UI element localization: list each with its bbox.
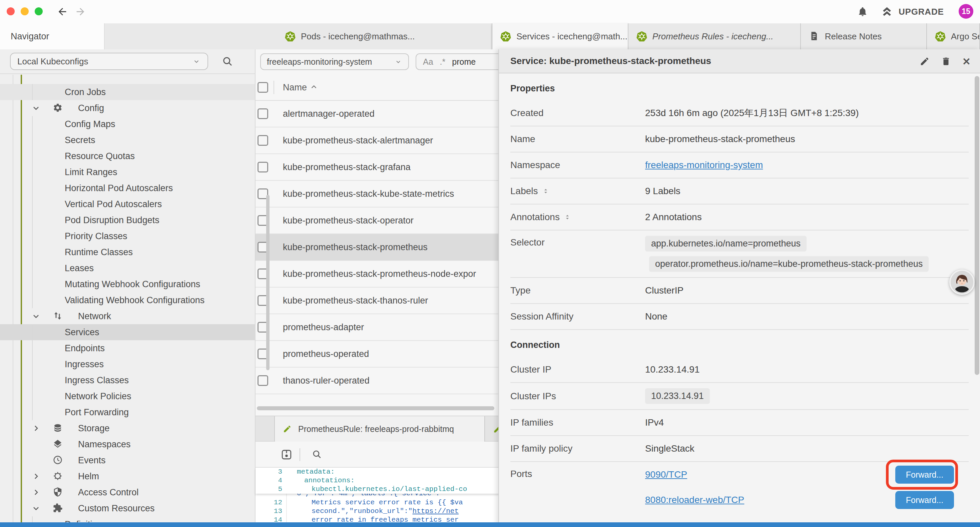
delete-trash-icon[interactable] (941, 56, 951, 66)
drawer-scrollbar[interactable] (975, 76, 979, 375)
row-checkbox[interactable] (258, 108, 268, 119)
sidebar-item-helm[interactable]: Helm (0, 468, 255, 484)
forward-button[interactable]: Forward... (895, 491, 954, 509)
helm-icon (53, 471, 64, 482)
row-checkbox[interactable] (258, 375, 268, 386)
sidebar-item-label: Namespaces (78, 439, 131, 450)
notifications-bell-icon[interactable] (857, 6, 868, 18)
sidebar-item-network-policies[interactable]: Network Policies (0, 388, 255, 404)
name-column-header[interactable]: Name (283, 83, 307, 93)
port-link[interactable]: 9090/TCP (645, 469, 687, 480)
property-row-ip-family-policy: IP family policySingleStack (510, 436, 969, 462)
kubernetes-icon (500, 31, 511, 42)
edit-pencil-icon[interactable] (920, 56, 930, 66)
chevron-down-icon[interactable] (32, 312, 40, 320)
navigator-label: Navigator (11, 31, 49, 42)
kubernetes-icon (285, 31, 296, 42)
maximize-window-button[interactable] (35, 7, 43, 15)
dock-tab-prometheusrule[interactable]: PrometheusRule: freeleaps-prod-rabbitmq (274, 416, 485, 442)
property-value: IPv4 (645, 417, 969, 428)
sidebar-search-icon[interactable] (221, 56, 234, 67)
minimize-window-button[interactable] (21, 7, 29, 15)
sidebar-item-access-control[interactable]: Access Control (0, 484, 255, 500)
notification-count-badge[interactable]: 15 (959, 4, 973, 19)
sidebar-item-validating-webhook-configurations[interactable]: Validating Webhook Configurations (0, 292, 255, 308)
horizontal-scrollbar[interactable] (257, 406, 494, 410)
sidebar-item-services[interactable]: Services (0, 324, 255, 340)
tab-pods[interactable]: Pods - icecheng@mathmas... (277, 23, 492, 49)
sidebar-item-limit-ranges[interactable]: Limit Ranges (0, 164, 255, 180)
select-all-checkbox[interactable] (258, 82, 268, 93)
sidebar-item-runtime-classes[interactable]: Runtime Classes (0, 244, 255, 260)
sidebar-item-config[interactable]: Config (0, 100, 255, 116)
namespace-link[interactable]: freeleaps-monitoring-system (645, 160, 763, 170)
namespace-select[interactable]: freeleaps-monitoring-system (260, 53, 409, 70)
sidebar-item-label: Vertical Pod Autoscalers (65, 199, 162, 209)
sidebar-item-namespaces[interactable]: Namespaces (0, 436, 255, 452)
chevron-right-icon[interactable] (32, 424, 40, 432)
editor-search-icon[interactable] (312, 449, 322, 460)
sidebar-item-config-maps[interactable]: Config Maps (0, 116, 255, 132)
sidebar-item-resource-quotas[interactable]: Resource Quotas (0, 148, 255, 164)
sidebar-item-leases[interactable]: Leases (0, 260, 255, 276)
sidebar-scrollbar[interactable] (266, 195, 269, 370)
match-case-toggle[interactable]: Aa (423, 57, 433, 67)
sidebar-item-cron-jobs[interactable]: Cron Jobs (0, 84, 255, 100)
back-arrow-icon[interactable] (57, 6, 68, 18)
close-window-button[interactable] (7, 7, 15, 15)
close-icon[interactable]: ✕ (963, 56, 970, 67)
upgrade-button[interactable]: UPGRADE (881, 5, 944, 18)
traffic-lights (7, 7, 43, 15)
property-value: 10.233.14.91 (645, 364, 969, 375)
sidebar-item-label: Mutating Webhook Configurations (65, 279, 200, 290)
sidebar-item-network[interactable]: Network (0, 308, 255, 324)
chevron-down-icon[interactable] (32, 104, 40, 112)
sidebar-item-ingresses[interactable]: Ingresses (0, 356, 255, 372)
sidebar-item-pod-disruption-budgets[interactable]: Pod Disruption Budgets (0, 212, 255, 228)
tab-argo[interactable]: Argo Se (927, 23, 980, 49)
kubeconfig-select[interactable]: Local Kubeconfigs (10, 53, 208, 70)
line-code: second.","runbook_url":"https://net (312, 507, 459, 516)
value-badge: app.kubernetes.io/name=prometheus (645, 236, 807, 252)
sidebar-item-secrets[interactable]: Secrets (0, 132, 255, 148)
sidebar-item-events[interactable]: Events (0, 452, 255, 468)
chevron-down-icon[interactable] (32, 504, 40, 512)
sidebar-item-mutating-webhook-configurations[interactable]: Mutating Webhook Configurations (0, 276, 255, 292)
navigator-panel-tab[interactable]: Navigator (0, 23, 105, 49)
port-link[interactable]: 8080:reloader-web/TCP (645, 495, 744, 505)
regex-toggle[interactable]: .* (440, 57, 445, 67)
row-checkbox[interactable] (258, 135, 268, 146)
assistant-avatar[interactable] (949, 269, 975, 295)
sort-ascending-icon[interactable] (310, 83, 318, 91)
property-row-type: TypeClusterIP (510, 278, 969, 304)
chevron-right-icon[interactable] (32, 488, 40, 496)
sidebar-item-label: Services (65, 327, 99, 338)
forward-button[interactable]: Forward... (895, 466, 954, 484)
tab-services[interactable]: Services - icecheng@math...✕ (492, 23, 628, 49)
sidebar-item-endpoints[interactable]: Endpoints (0, 340, 255, 356)
tab-release[interactable]: Release Notes (801, 23, 927, 49)
line-number: 4 (256, 476, 282, 485)
sidebar-item-ingress-classes[interactable]: Ingress Classes (0, 372, 255, 388)
sidebar-item-label: Secrets (65, 135, 95, 145)
sidebar-item-priority-classes[interactable]: Priority Classes (0, 228, 255, 244)
save-icon[interactable] (281, 449, 292, 460)
sidebar-item-custom-resources[interactable]: Custom Resources (0, 500, 255, 516)
sort-updown-icon[interactable] (542, 188, 549, 195)
sidebar-item-label: Validating Webhook Configurations (65, 295, 204, 306)
sidebar-item-storage[interactable]: Storage (0, 420, 255, 436)
sidebar-item-label: Leases (65, 263, 94, 274)
sidebar-item-vertical-pod-autoscalers[interactable]: Vertical Pod Autoscalers (0, 196, 255, 212)
tab-prometheus[interactable]: Prometheus Rules - icecheng... (628, 23, 801, 49)
sidebar-item-label: Runtime Classes (65, 247, 133, 258)
sort-updown-icon[interactable] (564, 213, 571, 221)
sidebar-item-port-forwarding[interactable]: Port Forwarding (0, 404, 255, 420)
row-checkbox[interactable] (258, 162, 268, 172)
forward-arrow-icon[interactable] (75, 6, 86, 18)
sidebar-item-horizontal-pod-autoscalers[interactable]: Horizontal Pod Autoscalers (0, 180, 255, 196)
tab-label: Argo Se (951, 31, 980, 42)
property-label: Cluster IP (510, 364, 645, 375)
storage-icon (53, 423, 64, 434)
chevron-right-icon[interactable] (32, 472, 40, 480)
drawer-body: PropertiesCreated253d 16h 6m ago (2025年1… (499, 73, 980, 527)
